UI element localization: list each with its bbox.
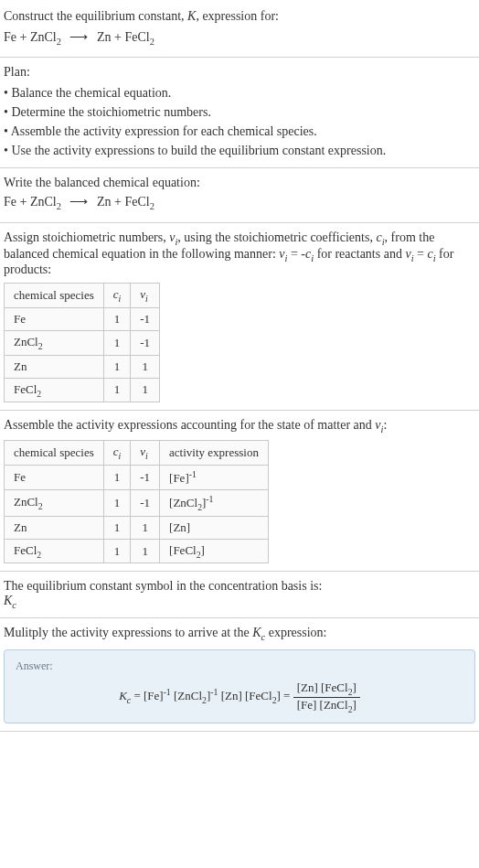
cell-expr: [ZnCl2]-1 [160, 489, 269, 516]
balanced-section: Write the balanced chemical equation: Fe… [0, 168, 479, 223]
table-header: νi [131, 284, 160, 308]
cell-species: ZnCl2 [5, 330, 104, 355]
table-row: Fe 1 -1 [Fe]-1 [5, 465, 269, 489]
table-row: Zn 1 1 [Zn] [5, 516, 269, 539]
table-row: FeCl2 1 1 [5, 378, 160, 402]
plan-item: • Balance the chemical equation. [4, 83, 475, 102]
plan-list: • Balance the chemical equation. • Deter… [4, 83, 475, 160]
cell-c: 1 [103, 465, 131, 489]
stoich-intro: Assign stoichiometric numbers, νi, using… [4, 230, 475, 278]
cell-c: 1 [103, 378, 131, 402]
symbol-text: The equilibrium constant symbol in the c… [4, 579, 475, 594]
answer-box: Answer: Kc = [Fe]-1 [ZnCl2]-1 [Zn] [FeCl… [4, 649, 475, 723]
activity-table: chemical species ci νi activity expressi… [4, 440, 269, 563]
cell-c: 1 [103, 330, 131, 355]
cell-v: -1 [131, 489, 160, 516]
cell-species: Zn [5, 516, 104, 539]
cell-c: 1 [103, 355, 131, 378]
table-header: ci [103, 440, 131, 465]
multiply-title: Mulitply the activity expressions to arr… [4, 626, 475, 642]
table-row: ZnCl2 1 -1 [ZnCl2]-1 [5, 489, 269, 516]
stoich-table: chemical species ci νi Fe 1 -1 ZnCl2 1 -… [4, 283, 160, 402]
table-row: FeCl2 1 1 [FeCl2] [5, 539, 269, 563]
header-equation: Fe + ZnCl2 ⟶ Zn + FeCl2 [4, 27, 475, 50]
table-row: ZnCl2 1 -1 [5, 330, 160, 355]
cell-expr: [Zn] [160, 516, 269, 539]
cell-v: 1 [131, 355, 160, 378]
cell-v: 1 [131, 378, 160, 402]
table-header: νi [131, 440, 160, 465]
multiply-section: Mulitply the activity expressions to arr… [0, 618, 479, 732]
plan-title: Plan: [4, 65, 475, 80]
table-header: ci [103, 284, 131, 308]
table-header: chemical species [5, 440, 104, 465]
header-section: Construct the equilibrium constant, K, e… [0, 0, 479, 58]
table-header: chemical species [5, 284, 104, 308]
cell-c: 1 [103, 516, 131, 539]
cell-species: FeCl2 [5, 378, 104, 402]
cell-v: 1 [131, 539, 160, 563]
cell-species: Zn [5, 355, 104, 378]
cell-species: ZnCl2 [5, 489, 104, 516]
table-row: Fe 1 -1 [5, 307, 160, 330]
cell-c: 1 [103, 307, 131, 330]
cell-species: Fe [5, 307, 104, 330]
plan-item: • Assemble the activity expression for e… [4, 122, 475, 141]
cell-v: -1 [131, 465, 160, 489]
balanced-equation: Fe + ZnCl2 ⟶ Zn + FeCl2 [4, 192, 475, 215]
cell-c: 1 [103, 539, 131, 563]
answer-equation: Kc = [Fe]-1 [ZnCl2]-1 [Zn] [FeCl2] = [Zn… [16, 680, 463, 713]
table-row: Zn 1 1 [5, 355, 160, 378]
answer-label: Answer: [16, 659, 463, 673]
cell-c: 1 [103, 489, 131, 516]
symbol-section: The equilibrium constant symbol in the c… [0, 572, 479, 618]
stoich-section: Assign stoichiometric numbers, νi, using… [0, 223, 479, 411]
cell-v: 1 [131, 516, 160, 539]
plan-item: • Use the activity expressions to build … [4, 141, 475, 160]
symbol-kc: Kc [4, 594, 475, 610]
plan-section: Plan: • Balance the chemical equation. •… [0, 58, 479, 168]
activity-section: Assemble the activity expressions accoun… [0, 411, 479, 572]
prompt-text: Construct the equilibrium constant, K, e… [4, 7, 475, 26]
cell-expr: [FeCl2] [160, 539, 269, 563]
balanced-title: Write the balanced chemical equation: [4, 176, 475, 190]
cell-species: FeCl2 [5, 539, 104, 563]
cell-v: -1 [131, 330, 160, 355]
activity-title: Assemble the activity expressions accoun… [4, 418, 475, 434]
cell-v: -1 [131, 307, 160, 330]
cell-expr: [Fe]-1 [160, 465, 269, 489]
table-header: activity expression [160, 440, 269, 465]
cell-species: Fe [5, 465, 104, 489]
plan-item: • Determine the stoichiometric numbers. [4, 102, 475, 122]
